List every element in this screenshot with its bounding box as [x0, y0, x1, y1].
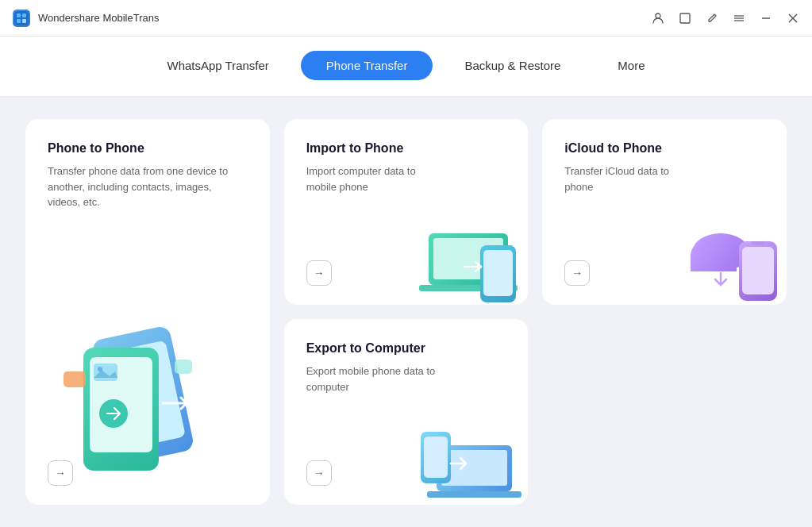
- import-illustration: [405, 210, 528, 305]
- window-icon[interactable]: [679, 12, 691, 25]
- app-icon: [13, 10, 30, 27]
- close-icon[interactable]: [787, 12, 799, 25]
- title-bar: Wondershare MobileTrans: [0, 0, 812, 37]
- tab-more[interactable]: More: [592, 51, 670, 80]
- phone-to-phone-title: Phone to Phone: [48, 141, 248, 156]
- account-icon[interactable]: [652, 12, 664, 25]
- svg-rect-26: [483, 250, 513, 296]
- main-content: Phone to Phone Transfer phone data from …: [0, 97, 812, 527]
- export-title: Export to Computer: [306, 341, 506, 356]
- phone-to-phone-illustration: [40, 308, 230, 483]
- svg-rect-20: [94, 364, 117, 381]
- phone-to-phone-desc: Transfer phone data from one device to a…: [48, 163, 238, 210]
- title-bar-left: Wondershare MobileTrans: [13, 10, 159, 27]
- card-import-to-phone[interactable]: Import to Phone Import computer data to …: [284, 119, 529, 305]
- icloud-desc: Transfer iCloud data to phone: [564, 163, 699, 194]
- icloud-illustration: [664, 210, 787, 305]
- svg-rect-1: [17, 13, 21, 17]
- export-illustration: [405, 410, 528, 505]
- card-export-to-computer[interactable]: Export to Computer Export mobile phone d…: [284, 319, 529, 505]
- tab-phone[interactable]: Phone Transfer: [301, 51, 433, 80]
- tab-whatsapp[interactable]: WhatsApp Transfer: [141, 51, 294, 80]
- title-bar-controls: [652, 12, 799, 25]
- tab-backup[interactable]: Backup & Restore: [439, 51, 586, 80]
- svg-rect-38: [424, 437, 448, 478]
- svg-rect-2: [22, 13, 26, 17]
- svg-rect-6: [680, 13, 690, 23]
- nav-bar: WhatsApp Transfer Phone Transfer Backup …: [0, 37, 812, 97]
- svg-rect-32: [742, 247, 774, 294]
- svg-rect-30: [691, 254, 737, 271]
- import-arrow[interactable]: →: [306, 260, 332, 286]
- import-title: Import to Phone: [306, 141, 506, 156]
- svg-rect-35: [441, 450, 507, 486]
- svg-rect-3: [17, 19, 21, 23]
- svg-rect-4: [22, 19, 26, 23]
- svg-rect-18: [175, 360, 192, 374]
- export-arrow[interactable]: →: [306, 460, 332, 486]
- minimize-icon[interactable]: [760, 12, 772, 25]
- menu-icon[interactable]: [733, 12, 745, 25]
- app-title: Wondershare MobileTrans: [38, 12, 159, 24]
- phone-to-phone-arrow[interactable]: →: [48, 460, 73, 486]
- cards-grid: Phone to Phone Transfer phone data from …: [25, 119, 787, 505]
- svg-point-5: [656, 13, 660, 18]
- svg-rect-33: [752, 241, 764, 244]
- card-phone-to-phone[interactable]: Phone to Phone Transfer phone data from …: [25, 119, 270, 505]
- svg-rect-17: [63, 371, 86, 387]
- import-desc: Import computer data to mobile phone: [306, 163, 441, 194]
- export-desc: Export mobile phone data to computer: [306, 364, 441, 394]
- icloud-title: iCloud to Phone: [564, 141, 764, 156]
- icloud-arrow[interactable]: →: [564, 260, 590, 286]
- edit-icon[interactable]: [706, 12, 718, 25]
- svg-rect-0: [14, 11, 29, 25]
- card-icloud-to-phone[interactable]: iCloud to Phone Transfer iCloud data to …: [542, 119, 787, 305]
- svg-rect-36: [427, 491, 521, 498]
